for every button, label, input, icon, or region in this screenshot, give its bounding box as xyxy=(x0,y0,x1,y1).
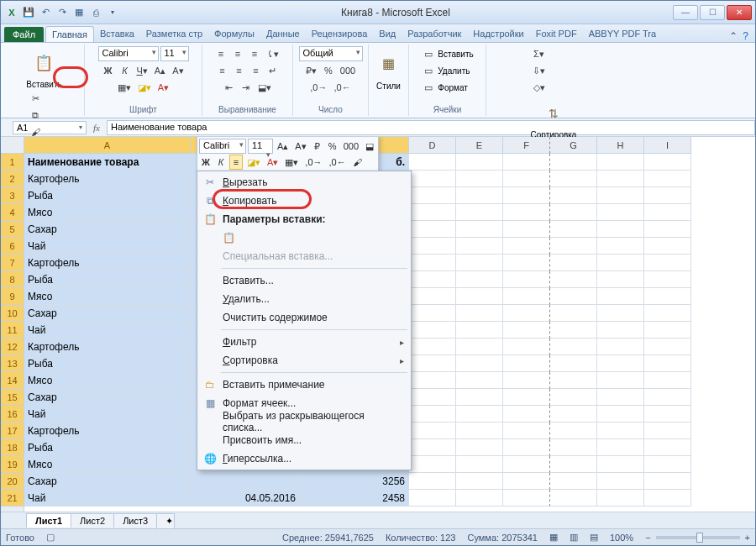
ctx-cut[interactable]: ✂Вырезать xyxy=(199,173,409,192)
cell[interactable] xyxy=(456,288,503,305)
formula-input[interactable]: Наименование товара xyxy=(107,120,755,135)
row-headers[interactable]: 123456789101112131415161718192021 xyxy=(1,137,24,512)
mini-format-painter-icon[interactable]: 🖌 xyxy=(350,155,365,170)
cell[interactable] xyxy=(409,288,456,305)
column-header[interactable]: D xyxy=(409,137,456,154)
row-header[interactable]: 2 xyxy=(1,171,24,187)
cell[interactable]: Сахар xyxy=(24,389,191,406)
cell[interactable] xyxy=(503,456,550,473)
cell[interactable] xyxy=(409,171,456,187)
cell[interactable] xyxy=(409,271,456,288)
ribbon-tab[interactable]: Вид xyxy=(373,26,402,42)
cell[interactable] xyxy=(409,473,456,490)
cell[interactable] xyxy=(456,355,503,372)
clear-icon[interactable]: ◇▾ xyxy=(530,80,548,95)
cell[interactable] xyxy=(456,171,503,187)
row-header[interactable]: 6 xyxy=(1,238,24,255)
delete-cells-label[interactable]: Удалить xyxy=(438,66,470,76)
ribbon-tab[interactable]: Foxit PDF xyxy=(530,26,583,42)
row-header[interactable]: 4 xyxy=(1,204,24,221)
cell[interactable] xyxy=(597,456,644,473)
cell[interactable] xyxy=(644,271,691,288)
cell[interactable] xyxy=(644,255,691,271)
cell[interactable] xyxy=(409,439,456,456)
cell[interactable] xyxy=(597,154,644,171)
align-center-icon[interactable]: ≡ xyxy=(232,63,247,78)
cell[interactable] xyxy=(550,271,597,288)
ctx-filter[interactable]: Фильтр▸ xyxy=(199,333,409,351)
cell[interactable] xyxy=(503,221,550,238)
row-header[interactable]: 9 xyxy=(1,288,24,305)
zoom-level[interactable]: 100% xyxy=(610,533,633,543)
copy-icon[interactable]: ⧉ xyxy=(28,108,43,123)
mini-border-icon[interactable]: ▦▾ xyxy=(282,155,301,170)
format-cells-label[interactable]: Формат xyxy=(438,83,468,92)
ribbon-tab[interactable]: Разметка стр xyxy=(140,26,208,42)
cell[interactable] xyxy=(503,187,550,204)
ctx-clear[interactable]: Очистить содержимое xyxy=(199,308,409,327)
ribbon-tab[interactable]: Главная xyxy=(45,26,94,42)
fill-color-button[interactable]: ◪▾ xyxy=(135,80,154,95)
cell[interactable] xyxy=(503,154,550,171)
cell[interactable] xyxy=(456,305,503,322)
cell[interactable]: Картофель xyxy=(24,171,191,187)
styles-button[interactable]: ▦ xyxy=(374,46,404,80)
underline-button[interactable]: Ч ▾ xyxy=(134,63,150,78)
view-layout-icon[interactable]: ▥ xyxy=(570,532,578,543)
percent-icon[interactable]: % xyxy=(321,63,336,78)
cell[interactable] xyxy=(503,423,550,439)
cell[interactable] xyxy=(503,339,550,355)
cell[interactable] xyxy=(597,238,644,255)
decrease-decimal-icon[interactable]: ,0← xyxy=(332,80,354,95)
cell[interactable] xyxy=(409,238,456,255)
view-pagebreak-icon[interactable]: ▤ xyxy=(590,532,598,543)
cell[interactable]: Чай xyxy=(24,238,191,255)
row-header[interactable]: 7 xyxy=(1,255,24,271)
cell[interactable] xyxy=(550,339,597,355)
decrease-indent-icon[interactable]: ⇤ xyxy=(222,80,237,95)
row-header[interactable]: 16 xyxy=(1,406,24,423)
row-header[interactable]: 12 xyxy=(1,339,24,355)
cell[interactable]: Сахар xyxy=(24,305,191,322)
cell[interactable] xyxy=(550,372,597,389)
cell[interactable] xyxy=(456,255,503,271)
help-icon[interactable]: ? xyxy=(743,30,748,42)
border-button[interactable]: ▦▾ xyxy=(115,80,134,95)
row-header[interactable]: 13 xyxy=(1,355,24,372)
sheet-tab[interactable]: Лист2 xyxy=(71,513,114,528)
ribbon-tab[interactable]: Вставка xyxy=(94,26,140,42)
cut-icon[interactable]: ✂ xyxy=(28,91,43,106)
cell[interactable]: Картофель xyxy=(24,339,191,355)
format-cells-button[interactable]: ▭ xyxy=(421,80,436,95)
mini-grow-font-icon[interactable]: A▴ xyxy=(275,139,291,154)
cell[interactable] xyxy=(597,389,644,406)
cell[interactable] xyxy=(409,490,456,507)
cell[interactable] xyxy=(503,171,550,187)
redo-icon[interactable]: ↷ xyxy=(55,5,70,20)
cell[interactable] xyxy=(550,238,597,255)
cell[interactable] xyxy=(456,423,503,439)
cell[interactable] xyxy=(409,339,456,355)
cell[interactable]: Картофель xyxy=(24,255,191,271)
cell[interactable] xyxy=(550,255,597,271)
macro-record-icon[interactable]: ▢ xyxy=(46,532,55,543)
qat-dropdown-icon[interactable]: ▾ xyxy=(105,5,120,20)
mini-comma-icon[interactable]: 000 xyxy=(341,139,361,154)
cell[interactable] xyxy=(503,389,550,406)
align-top-icon[interactable]: ≡ xyxy=(213,46,228,61)
cell[interactable] xyxy=(409,372,456,389)
column-header[interactable]: G xyxy=(550,137,597,154)
column-header[interactable]: A xyxy=(24,137,191,154)
undo-icon[interactable]: ↶ xyxy=(38,5,53,20)
cell[interactable] xyxy=(456,473,503,490)
cell[interactable] xyxy=(503,322,550,339)
font-name-select[interactable]: Calibri xyxy=(98,46,159,61)
cell[interactable] xyxy=(550,439,597,456)
currency-icon[interactable]: ₽▾ xyxy=(303,63,319,78)
cell[interactable] xyxy=(644,305,691,322)
mini-italic-icon[interactable]: К xyxy=(214,155,228,170)
cell[interactable]: Сахар xyxy=(24,221,191,238)
column-header[interactable]: E xyxy=(456,137,503,154)
cell[interactable] xyxy=(503,473,550,490)
cell[interactable] xyxy=(644,171,691,187)
